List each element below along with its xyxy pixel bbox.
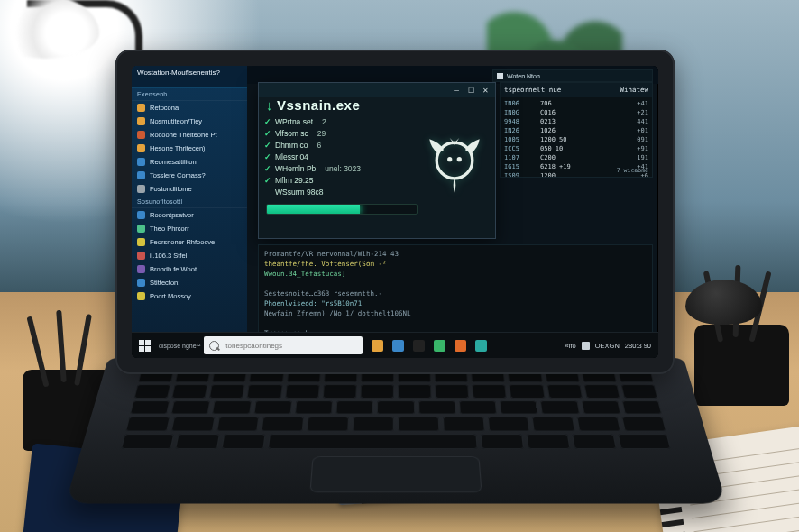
- terminal-console[interactable]: Promantfe/VR nervonnal/Wih-214 43theantf…: [258, 244, 653, 333]
- sidebar-item[interactable]: Hesone Thritecen): [132, 142, 247, 155]
- right-panel-cell: +41: [585, 99, 648, 108]
- keyboard-key: [307, 417, 349, 432]
- keyboard-key: [121, 435, 175, 449]
- sidebar-item-label: Hesone Thritecen): [150, 143, 206, 153]
- sidebar-item-label: Retocona: [150, 103, 179, 113]
- folder-icon[interactable]: [368, 336, 386, 354]
- popup-titlebar[interactable]: ─ ☐ ✕: [259, 83, 495, 97]
- keyboard-key: [209, 384, 245, 398]
- console-line: Phoenlviseod: "rs5B10n71: [264, 298, 647, 308]
- keyboard-key: [510, 384, 545, 398]
- sidebar-item[interactable]: Retocona: [132, 101, 247, 115]
- keyboard-key: [175, 435, 219, 449]
- right-panel-cell: 1026: [540, 126, 580, 135]
- sidebar-item[interactable]: Nosmutiteon/Tiey: [132, 115, 247, 128]
- keyboard-key: [577, 417, 621, 432]
- keyboard-key: [336, 400, 374, 414]
- start-button[interactable]: [132, 333, 157, 358]
- notification-strip-icon: [497, 73, 503, 79]
- taskbar-search[interactable]: [204, 336, 363, 354]
- keyboard-key: [262, 417, 304, 432]
- notification-strip[interactable]: Woten Nton: [492, 69, 653, 82]
- laptop-lid: Trelethemi Wostation-Mouflsenentis? Exen…: [115, 50, 675, 374]
- right-panel-cell: 0213: [540, 117, 580, 126]
- keyboard-key: [212, 400, 252, 414]
- sidebar-item[interactable]: Poort Mossoy: [132, 289, 247, 303]
- system-tray[interactable]: «lfo OEXGN 280:3 90: [558, 342, 658, 350]
- sidebar-item-label: Stittecton:: [150, 278, 179, 288]
- right-panel-cell: IS09: [504, 171, 535, 178]
- keyboard-key: [443, 417, 485, 432]
- folder-icon: [137, 117, 145, 125]
- popup-line-label: WSsurm 98c8: [275, 187, 323, 198]
- app-teal-icon[interactable]: [472, 336, 490, 354]
- right-panel-row: ICC5050 10+91: [504, 144, 648, 153]
- tray-text-1: «lfo: [565, 342, 576, 350]
- check-icon: ✓: [264, 116, 271, 128]
- right-panel-row: IN06706+41: [504, 99, 648, 108]
- mouse: [685, 280, 762, 325]
- browser-icon[interactable]: [389, 336, 407, 354]
- keyboard-key: [216, 417, 260, 432]
- keyboard-key: [130, 400, 170, 414]
- popup-status-line: WSsurm 98c8: [264, 187, 419, 198]
- sidebar-item[interactable]: Theo Phrcorr: [132, 222, 247, 235]
- popup-line-label: WPrtna set: [275, 116, 313, 128]
- sidebar-item-label: Rooontpsatvor: [150, 210, 194, 220]
- right-panel-row: IN261026+01: [504, 126, 648, 135]
- tray-icon: [582, 342, 590, 350]
- sidebar-item[interactable]: Brondh.fe Woot: [132, 262, 247, 276]
- popup-line-label: Mlessr 04: [275, 151, 308, 163]
- right-panel-cell: 091: [585, 135, 648, 144]
- progress-bar: [266, 204, 418, 215]
- sidebar-item[interactable]: Rocoone Theiteone Pt: [132, 128, 247, 142]
- doc-icon: [137, 279, 145, 287]
- popup-minimize-button[interactable]: ─: [450, 85, 463, 96]
- sidebar-title: Wostation-Mouflsenentis?: [132, 66, 247, 88]
- svg-point-2: [457, 157, 462, 161]
- sidebar-item[interactable]: Reomesattiliton: [132, 155, 247, 169]
- keyboard-key: [134, 384, 171, 398]
- keyboard-key: [481, 435, 524, 449]
- terminal-icon[interactable]: [409, 336, 427, 354]
- sidebar-item[interactable]: Stittecton:: [132, 276, 247, 289]
- right-panel: tspeornelt nue Winatew IN06706+41IN0GCO1…: [500, 82, 653, 178]
- folder-icon-glyph: [372, 340, 383, 352]
- sidebar-item[interactable]: Fostondlilome: [132, 182, 247, 196]
- right-panel-cell: 191: [585, 153, 648, 162]
- app-orange-icon-glyph: [455, 340, 466, 352]
- sidebar-item[interactable]: Rooontpsatvor: [132, 208, 247, 222]
- terminal-icon-glyph: [413, 340, 425, 352]
- keyboard-key: [418, 400, 456, 414]
- app-green-icon[interactable]: [430, 336, 448, 354]
- sidebar-item-label: Rocoone Theiteone Pt: [150, 130, 217, 140]
- sidebar-item[interactable]: Tosslere Comass?: [132, 169, 247, 182]
- sidebar-item-label: Fostondlilome: [150, 184, 192, 194]
- star-icon: [137, 238, 145, 246]
- sidebar-item-label: Brondh.fe Woot: [150, 264, 197, 274]
- keyboard-key: [473, 384, 508, 398]
- keyboard-key: [398, 384, 432, 398]
- keyboard-key: [487, 417, 529, 432]
- popup-close-button[interactable]: ✕: [479, 85, 491, 96]
- right-panel-row: 10051200 50091: [504, 135, 648, 144]
- keyboard-key: [253, 400, 292, 414]
- popup-status-list: ✓WPrtna set2✓Vlfsom sc29✓Dhmm co6✓Mlessr…: [264, 116, 419, 198]
- console-line: Sestesnoite…c363 rsesemntth.-: [264, 289, 647, 298]
- progress-bar-fill: [267, 205, 360, 214]
- sidebar-item[interactable]: Feorsnoner Rhfoocve: [132, 235, 247, 249]
- popup-maximize-button[interactable]: ☐: [464, 85, 477, 96]
- keyboard-key: [620, 384, 657, 398]
- sidebar-item[interactable]: il.106.3 Stfel: [132, 249, 247, 262]
- doc-icon: [137, 158, 145, 166]
- search-input[interactable]: [224, 341, 335, 351]
- app-orange-icon[interactable]: [451, 336, 469, 354]
- right-panel-cell: +21: [585, 108, 648, 117]
- keyboard-key: [618, 435, 672, 449]
- keyboard-key: [171, 384, 207, 398]
- right-panel-cell: 1005: [504, 135, 535, 144]
- gear-icon: [137, 185, 145, 193]
- sidebar-section-label: Exensenh: [132, 88, 247, 101]
- right-panel-footer: 7 wicaome: [617, 166, 648, 175]
- app-emblem-icon: [425, 134, 484, 194]
